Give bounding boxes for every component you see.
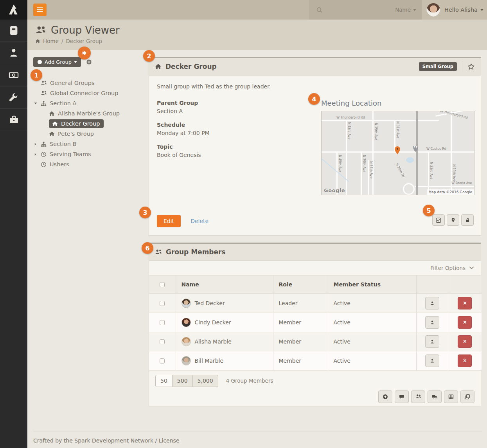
merge-person-button[interactable] [411,390,425,403]
group-type-badge: Small Group [419,62,457,71]
filter-options-toggle[interactable]: Filter Options [430,265,474,271]
star-icon[interactable] [467,63,475,70]
merge-template-button[interactable] [460,390,474,403]
page-size-500[interactable]: 500 [172,375,193,387]
tree-item-ushers[interactable]: Ushers [33,159,143,169]
column-header-status[interactable]: Member Status [328,275,416,293]
expander-caret-right-icon[interactable] [33,142,41,146]
money-icon [9,70,19,80]
table-icon [448,394,454,399]
meeting-location-map[interactable]: W Thunderbird Rd W Thunderbird Rd W Cact… [321,111,474,195]
home-icon [49,111,55,117]
rock-logo[interactable] [0,0,27,20]
delete-row-button[interactable] [458,297,472,309]
tree-item-serving-teams[interactable]: Serving Teams [33,149,143,159]
delete-row-button[interactable] [458,335,472,348]
sitemap-icon [41,101,47,106]
export-button[interactable] [444,390,458,403]
security-button[interactable] [461,214,474,226]
tree-item-petes-group[interactable]: Pete's Group [41,129,143,139]
delete-link[interactable]: Delete [190,218,208,224]
plus-circle-icon [383,394,388,399]
group-members-panel: Group Members Filter Options Name Role M… [149,243,481,407]
callout-2: 2 [143,50,155,62]
table-row[interactable]: Ted Decker Leader Active [149,293,482,313]
users-icon [155,248,162,255]
avatar [182,318,191,327]
book-icon [9,25,19,36]
person-profile-button[interactable] [425,354,439,367]
tree-item-section-b[interactable]: Section B [33,139,143,149]
street-label: N 23rd Ave [429,162,433,179]
chevron-down-icon [469,265,474,271]
tree-item-alisha-marbles-group[interactable]: Alisha Marble's Group [41,108,143,119]
x-icon [463,358,467,363]
column-header-name[interactable]: Name [176,275,273,293]
tree-item-global-connector-group[interactable]: Global Connector Group [33,88,143,98]
edit-button[interactable]: Edit [157,215,181,227]
sidebar-item-people[interactable] [0,20,27,42]
breadcrumb-home-link[interactable]: Home [43,38,59,44]
expander-caret-down-icon[interactable] [33,101,41,106]
table-header-row: Name Role Member Status [149,275,482,293]
meeting-location: Meeting Location W Thunderbird Rd [321,99,475,195]
page-footer: Crafted by the Spark Development Network… [33,432,482,444]
page-size-5000[interactable]: 5,000 [192,375,218,387]
highway-road [416,111,418,195]
interstate-shield: 17 [412,145,419,151]
user-menu[interactable]: Hello Alisha [422,0,487,20]
add-group-button[interactable]: Add Group [33,57,81,67]
callout-1: 1 [31,69,42,81]
menu-toggle-button[interactable] [33,4,47,16]
truck-icon [432,394,438,399]
person-icon [430,358,435,363]
sidebar-item-tools[interactable] [0,86,27,109]
table-row[interactable]: Alisha Marble Member Active [149,332,482,351]
google-logo: Google [324,187,345,193]
delete-row-button[interactable] [458,354,472,367]
expander-caret-right-icon[interactable] [33,152,41,157]
wrench-icon [9,93,18,102]
delete-row-button[interactable] [458,316,472,329]
search-bar[interactable]: Name [309,0,422,20]
breadcrumb-separator: / [61,38,63,44]
communicate-button[interactable] [395,390,409,403]
street-label: N 19th Ave [452,164,456,182]
row-checkbox[interactable] [160,339,165,344]
avatar [182,356,191,365]
tree-item-section-a[interactable]: Section A [33,98,143,108]
page-size-50[interactable]: 50 [155,375,173,387]
add-member-button[interactable] [378,390,392,403]
sidebar-item-admin[interactable] [0,109,27,131]
loop-road [403,183,415,195]
row-checkbox[interactable] [160,301,165,306]
check-square-icon [436,218,441,223]
person-profile-button[interactable] [425,335,439,348]
row-checkbox[interactable] [160,320,165,325]
sidebar-item-person[interactable] [0,42,27,64]
sidebar-item-finance[interactable] [0,64,27,86]
members-table: Name Role Member Status Ted Decker Leade… [149,275,482,371]
select-all-checkbox[interactable] [160,282,165,287]
tree-settings-button[interactable] [86,59,92,65]
callout-4: 4 [308,93,320,105]
attendance-button[interactable] [432,214,445,226]
street-label: N 31st Ave [396,121,399,138]
users-icon [41,90,47,96]
clone-icon [465,394,470,399]
tree-item-decker-group-selected[interactable]: Decker Group [41,119,143,129]
tree-item-general-groups[interactable]: General Groups [33,78,143,88]
table-row[interactable]: Cindy Decker Member Active [149,313,482,332]
column-header-role[interactable]: Role [273,275,328,293]
home-icon [155,63,162,70]
x-icon [463,339,467,344]
person-profile-button[interactable] [425,316,439,329]
table-row[interactable]: Bill Marble Member Active [149,351,482,370]
row-checkbox[interactable] [160,358,165,363]
avatar [426,3,440,17]
chevron-down-icon [413,9,416,11]
search-scope-dropdown[interactable]: Name [395,7,416,13]
bulk-update-button[interactable] [428,390,442,403]
map-button[interactable] [447,214,459,226]
person-profile-button[interactable] [425,297,439,309]
